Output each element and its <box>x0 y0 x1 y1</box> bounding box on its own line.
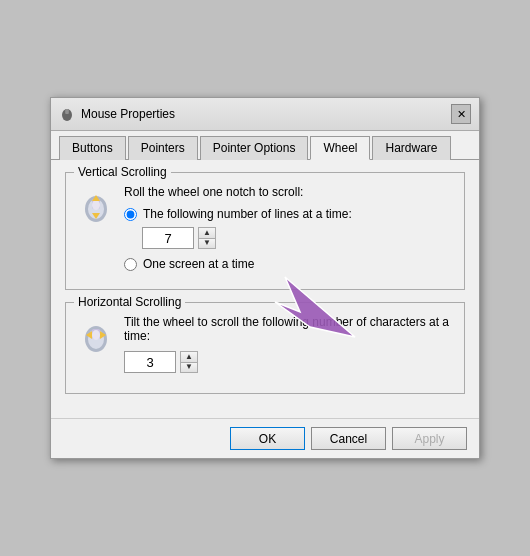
close-button[interactable]: ✕ <box>451 104 471 124</box>
tab-wheel[interactable]: Wheel <box>310 136 370 160</box>
tab-hardware[interactable]: Hardware <box>372 136 450 160</box>
svg-point-12 <box>92 330 100 340</box>
vertical-scrolling-label: Vertical Scrolling <box>74 165 171 179</box>
chars-spinner-buttons: ▲ ▼ <box>180 351 198 373</box>
tab-buttons[interactable]: Buttons <box>59 136 126 160</box>
horizontal-scrolling-label: Horizontal Scrolling <box>74 295 185 309</box>
lines-radio[interactable] <box>124 208 137 221</box>
vertical-scrolling-group: Vertical Scrolling Roll the wheel one <box>65 172 465 290</box>
chars-increment-button[interactable]: ▲ <box>181 352 197 362</box>
horizontal-scrolling-group: Horizontal Scrolling Tilt the wheel t <box>65 302 465 394</box>
lines-value-input[interactable] <box>142 227 194 249</box>
horizontal-scroll-desc: Tilt the wheel to scroll the following n… <box>124 315 452 343</box>
svg-point-6 <box>92 200 100 210</box>
horizontal-scroll-icon <box>78 317 114 353</box>
lines-spinner-buttons: ▲ ▼ <box>198 227 216 249</box>
screen-radio-label: One screen at a time <box>143 257 254 271</box>
screen-radio-row: One screen at a time <box>124 257 452 271</box>
lines-radio-label: The following number of lines at a time: <box>143 207 352 221</box>
tab-pointers[interactable]: Pointers <box>128 136 198 160</box>
tab-pointer-options[interactable]: Pointer Options <box>200 136 309 160</box>
lines-decrement-button[interactable]: ▼ <box>199 238 215 248</box>
lines-increment-button[interactable]: ▲ <box>199 228 215 238</box>
apply-button[interactable]: Apply <box>392 427 467 450</box>
screen-radio[interactable] <box>124 258 137 271</box>
dialog-footer: OK Cancel Apply <box>51 418 479 458</box>
chars-value-input[interactable] <box>124 351 176 373</box>
vertical-scroll-icon <box>78 187 114 223</box>
title-bar: Mouse Properties ✕ <box>51 98 479 131</box>
chars-decrement-button[interactable]: ▼ <box>181 362 197 372</box>
dialog-title: Mouse Properties <box>81 107 175 121</box>
mouse-icon <box>59 106 75 122</box>
cancel-button[interactable]: Cancel <box>311 427 386 450</box>
vertical-scroll-desc: Roll the wheel one notch to scroll: <box>124 185 452 199</box>
mouse-properties-dialog: Mouse Properties ✕ Buttons Pointers Poin… <box>50 97 480 459</box>
lines-radio-row: The following number of lines at a time: <box>124 207 452 221</box>
tab-content: Vertical Scrolling Roll the wheel one <box>51 160 479 418</box>
ok-button[interactable]: OK <box>230 427 305 450</box>
chars-spinner-row: ▲ ▼ <box>124 351 452 373</box>
lines-spinner-row: ▲ ▼ <box>142 227 452 249</box>
tab-bar: Buttons Pointers Pointer Options Wheel H… <box>51 131 479 160</box>
